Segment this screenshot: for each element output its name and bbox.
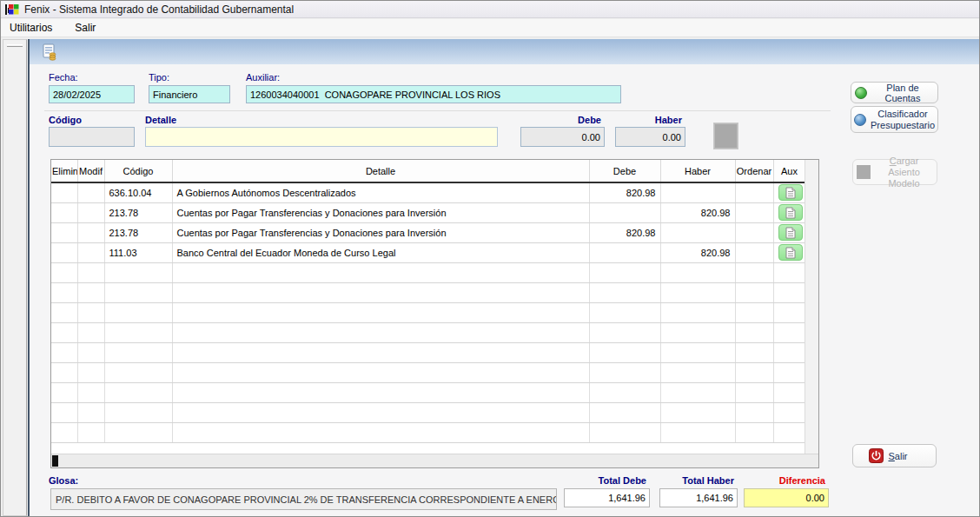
- haber-label: Haber: [615, 115, 682, 125]
- entries-tbody: 636.10.04A Gobiernos Autónomos Descentra…: [51, 182, 805, 442]
- col-elimin: Elimin: [51, 160, 77, 182]
- table-row[interactable]: [51, 382, 805, 402]
- col-aux: Aux: [773, 160, 805, 182]
- table-row[interactable]: [51, 282, 805, 302]
- col-detalle: Detalle: [172, 160, 589, 182]
- table-row[interactable]: 213.78Cuentas por Pagar Transferencias y…: [51, 222, 805, 242]
- table-row[interactable]: [51, 362, 805, 382]
- codigo-input[interactable]: [49, 127, 135, 147]
- col-codigo: Código: [104, 160, 172, 182]
- cell-haber: [660, 222, 735, 242]
- cell-haber: [660, 322, 735, 342]
- table-row[interactable]: [51, 302, 805, 322]
- cell-aux: [773, 202, 805, 222]
- cell-debe: [589, 422, 660, 442]
- cell-debe: [589, 342, 660, 362]
- cell-ordenar: [735, 242, 773, 262]
- cell-elimin: [51, 382, 77, 402]
- cell-codigo: 636.10.04: [104, 182, 172, 202]
- cell-elimin: [51, 282, 77, 302]
- cell-detalle: Banco Central del Ecuador Moneda de Curs…: [172, 242, 589, 262]
- table-row[interactable]: [51, 262, 805, 282]
- cell-ordenar: [735, 342, 773, 362]
- cell-haber: [660, 422, 735, 442]
- application-window: Fenix - Sistema Integrado de Contabilida…: [0, 0, 980, 517]
- table-row[interactable]: [51, 322, 805, 342]
- glosa-input[interactable]: P/R. DEBITO A FAVOR DE CONAGOPARE PROVIN…: [50, 488, 557, 510]
- glosa-label: Glosa:: [49, 475, 78, 486]
- cell-aux: [773, 222, 805, 242]
- menu-utilitarios[interactable]: Utilitarios: [8, 20, 54, 36]
- panel-grip-handle[interactable]: [7, 44, 23, 47]
- detalle-label: Detalle: [145, 115, 176, 125]
- cell-aux: [773, 262, 805, 282]
- cell-codigo: [104, 322, 172, 342]
- aux-document-button[interactable]: [778, 204, 803, 221]
- cell-codigo: 213.78: [104, 222, 172, 242]
- table-row[interactable]: 213.78Cuentas por Pagar Transferencias y…: [51, 202, 805, 222]
- fecha-label: Fecha:: [49, 72, 78, 83]
- cell-detalle: [172, 402, 589, 422]
- cell-detalle: Cuentas por Pagar Transferencias y Donac…: [172, 202, 589, 222]
- tipo-field[interactable]: Financiero: [149, 85, 230, 103]
- clasificador-presupuestario-button[interactable]: Clasificador Presupuestario: [851, 106, 938, 133]
- entries-grid: Elimin Modif Código Detalle Debe Haber O…: [50, 159, 819, 468]
- col-haber: Haber: [660, 160, 735, 182]
- cell-codigo: [104, 362, 172, 382]
- cell-haber: [660, 182, 735, 202]
- cell-elimin: [51, 222, 77, 242]
- cell-aux: [773, 362, 805, 382]
- plan-de-cuentas-button[interactable]: Plan de Cuentas: [851, 82, 938, 103]
- salir-button[interactable]: Salir: [852, 444, 937, 467]
- separator-line: [44, 110, 831, 111]
- cell-codigo: [104, 262, 172, 282]
- cell-debe: [589, 202, 660, 222]
- table-row[interactable]: [51, 342, 805, 362]
- debe-label: Debe: [520, 115, 601, 125]
- cell-codigo: [104, 422, 172, 442]
- cargar-asiento-label: Cargar Asiento Modelo: [875, 156, 933, 189]
- cell-haber: [660, 382, 735, 402]
- table-row[interactable]: 636.10.04A Gobiernos Autónomos Descentra…: [51, 182, 805, 202]
- cell-ordenar: [735, 382, 773, 402]
- horizontal-scrollbar[interactable]: [51, 454, 818, 467]
- scrollbar-thumb[interactable]: [52, 455, 58, 467]
- cell-aux: [773, 182, 805, 202]
- cell-haber: 820.98: [660, 202, 735, 222]
- cell-elimin: [51, 262, 77, 282]
- entries-table: Elimin Modif Código Detalle Debe Haber O…: [51, 160, 806, 443]
- table-row[interactable]: 111.03Banco Central del Ecuador Moneda d…: [51, 242, 805, 262]
- detalle-input[interactable]: [145, 127, 498, 147]
- cell-elimin: [51, 242, 77, 262]
- vertical-scrollbar[interactable]: [805, 160, 818, 454]
- toolbar: [30, 39, 979, 64]
- cell-detalle: [172, 342, 589, 362]
- fecha-field[interactable]: 28/02/2025: [49, 85, 135, 103]
- collapsed-side-panel[interactable]: [3, 39, 27, 516]
- cell-ordenar: [735, 262, 773, 282]
- add-entry-button[interactable]: [713, 123, 738, 149]
- haber-input[interactable]: 0.00: [615, 127, 685, 147]
- aux-document-button[interactable]: [778, 184, 803, 201]
- table-row[interactable]: [51, 402, 805, 422]
- cell-debe: [589, 382, 660, 402]
- cargar-asiento-modelo-button[interactable]: Cargar Asiento Modelo: [852, 159, 937, 185]
- cell-codigo: [104, 382, 172, 402]
- cell-detalle: [172, 322, 589, 342]
- col-modif: Modif: [77, 160, 104, 182]
- cell-haber: [660, 302, 735, 322]
- new-document-icon[interactable]: [41, 43, 58, 61]
- cell-debe: [589, 282, 660, 302]
- aux-document-button[interactable]: [778, 244, 803, 261]
- cell-ordenar: [735, 282, 773, 302]
- col-debe: Debe: [589, 160, 660, 182]
- table-row[interactable]: [51, 422, 805, 442]
- aux-document-button[interactable]: [778, 224, 803, 241]
- cell-codigo: [104, 282, 172, 302]
- cell-aux: [773, 302, 805, 322]
- clasificador-label: Clasificador Presupuestario: [871, 109, 935, 131]
- cell-detalle: [172, 282, 589, 302]
- debe-input[interactable]: 0.00: [520, 127, 605, 147]
- auxiliar-field[interactable]: 1260034040001 CONAGOPARE PROVINCIAL LOS …: [246, 85, 621, 103]
- menu-salir[interactable]: Salir: [73, 20, 97, 36]
